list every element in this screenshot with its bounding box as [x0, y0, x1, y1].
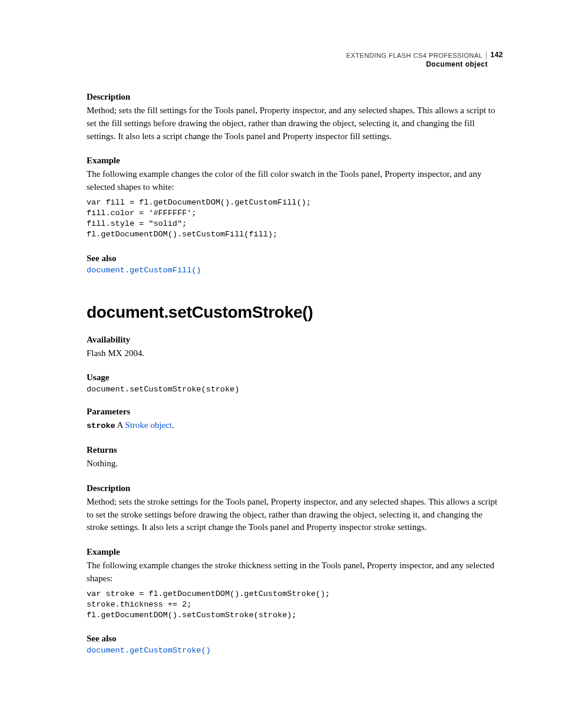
- header-divider: [486, 51, 487, 60]
- example-text: The following example changes the color …: [87, 168, 503, 194]
- description-text: Method; sets the fill settings for the T…: [87, 104, 503, 143]
- content-area: Description Method; sets the fill settin…: [87, 92, 503, 655]
- param-pre: A: [115, 420, 125, 430]
- example-text-2: The following example changes the stroke…: [87, 559, 503, 585]
- usage-heading: Usage: [87, 373, 503, 383]
- see-also-link-2[interactable]: document.getCustomStroke(): [87, 646, 503, 655]
- example-code-block-2: var stroke = fl.getDocumentDOM().getCust…: [87, 589, 503, 621]
- returns-text: Nothing.: [87, 457, 503, 470]
- returns-heading: Returns: [87, 445, 503, 455]
- stroke-object-link[interactable]: Stroke object: [125, 420, 172, 430]
- method-title: document.setCustomStroke(): [87, 303, 503, 322]
- description-text-2: Method; sets the stroke settings for the…: [87, 496, 503, 534]
- see-also-heading-2: See also: [87, 634, 503, 644]
- parameters-heading: Parameters: [87, 407, 503, 417]
- parameters-text: stroke A Stroke object.: [87, 419, 503, 432]
- example-heading: Example: [87, 156, 503, 166]
- see-also-heading: See also: [87, 253, 503, 263]
- param-name: stroke: [87, 421, 115, 430]
- usage-code: document.setCustomStroke(stroke): [87, 385, 503, 394]
- header-title: EXTENDING FLASH CS4 PROFESSIONAL: [346, 51, 483, 60]
- availability-heading: Availability: [87, 335, 503, 345]
- param-post: .: [172, 420, 174, 430]
- example-heading-2: Example: [87, 547, 503, 557]
- see-also-link[interactable]: document.getCustomFill(): [87, 266, 503, 275]
- page-container: EXTENDING FLASH CS4 PROFESSIONAL 142 Doc…: [0, 0, 562, 655]
- description-heading-2: Description: [87, 483, 503, 493]
- example-code-block: var fill = fl.getDocumentDOM().getCustom…: [87, 197, 503, 241]
- header-subtitle: Document object: [346, 60, 503, 70]
- description-heading: Description: [87, 92, 503, 102]
- page-number: 142: [490, 51, 503, 60]
- availability-text: Flash MX 2004.: [87, 347, 503, 360]
- running-header: EXTENDING FLASH CS4 PROFESSIONAL 142 Doc…: [346, 51, 503, 69]
